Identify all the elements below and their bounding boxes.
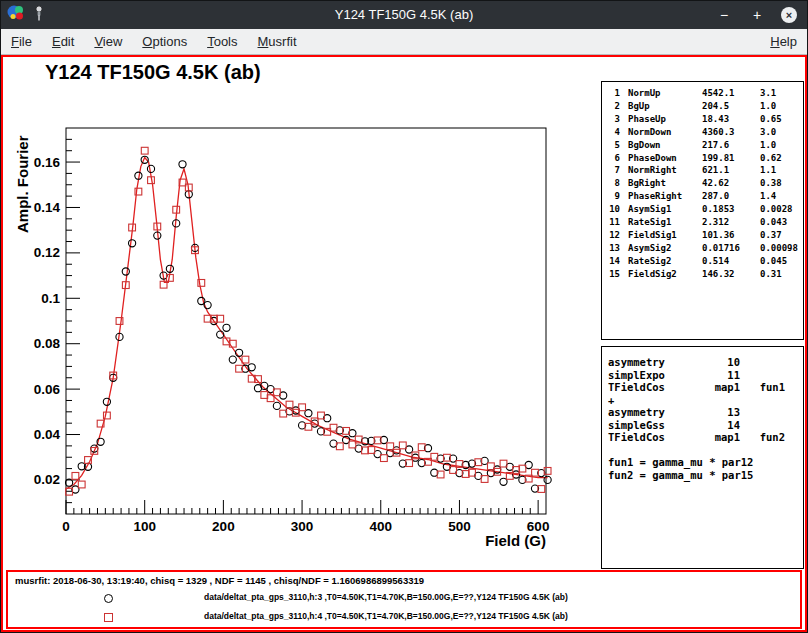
theory-line: fun1 = gamma_mu * par12 [608, 456, 797, 469]
y-tick-label: 0.1 [41, 291, 60, 306]
theory-line: + [608, 394, 797, 407]
y-tick-label: 0.02 [34, 472, 60, 487]
data-point-circle [179, 161, 186, 168]
parameter-rows: 1NormUp4542.13.12BgUp204.51.03PhaseUp18.… [604, 87, 803, 281]
legend-label: data/deltat_pta_gps_3110,h:4 ,T0=4.50K,T… [204, 611, 568, 621]
x-tick-label: 500 [448, 519, 471, 534]
minimize-button[interactable]: − [715, 6, 733, 24]
menu-item-musrfit[interactable]: Musrfit [248, 29, 307, 54]
data-point-square [381, 455, 388, 462]
param-row: 7NormRight621.11.1 [604, 164, 803, 177]
menubar: FileEditViewOptionsToolsMusrfit Help [1, 29, 807, 55]
param-row: 3PhaseUp18.430.65 [604, 113, 803, 126]
menu-item-file[interactable]: File [1, 29, 42, 54]
x-tick-label: 100 [133, 519, 156, 534]
param-row: 12FieldSig1101.360.37 [604, 229, 803, 242]
maximize-button[interactable]: + [748, 6, 766, 24]
theory-line: fun2 = gamma_mu * par15 [608, 469, 797, 482]
x-tick-label: 200 [212, 519, 235, 534]
titlebar: Y124 TF150G 4.5K (ab) − + × [1, 1, 807, 29]
menu-items: FileEditViewOptionsToolsMusrfit [1, 29, 307, 54]
param-row: 5BgDown217.61.0 [604, 139, 803, 152]
x-tick-label: 300 [291, 519, 314, 534]
data-point-circle [103, 398, 110, 405]
data-point-circle [122, 268, 129, 275]
data-point-square [399, 442, 406, 449]
param-row: 11RateSig12.3120.043 [604, 216, 803, 229]
app-window: Y124 TF150G 4.5K (ab) − + × FileEditView… [0, 0, 808, 633]
close-button[interactable]: × [781, 7, 797, 23]
param-row: 1NormUp4542.13.1 [604, 87, 803, 100]
y-tick-label: 0.12 [34, 245, 60, 260]
menu-items-right: Help [760, 29, 807, 54]
theory-line [608, 444, 797, 457]
fit-curve [66, 158, 548, 490]
y-axis-title: Ampl. Fourier [14, 135, 31, 233]
param-row: 4NormDown4360.33.0 [604, 126, 803, 139]
root-canvas[interactable]: Y124 TF150G 4.5K (ab) 010020030040050060… [1, 55, 807, 632]
data-point-square [387, 443, 394, 450]
menu-item-edit[interactable]: Edit [42, 29, 84, 54]
param-row: 14RateSig20.5140.045 [604, 255, 803, 268]
data-point-square [286, 401, 293, 408]
y-tick-label: 0.14 [34, 200, 61, 215]
theory-box[interactable]: asymmetry10simplExpo11TFieldCosmap1fun1+… [601, 346, 804, 569]
menu-item-view[interactable]: View [84, 29, 132, 54]
x-tick-label: 400 [369, 519, 392, 534]
fit-status: musrfit: 2018-06-30, 13:19:40, chisq = 1… [15, 575, 424, 586]
data-point-circle [229, 356, 236, 363]
window-title: Y124 TF150G 4.5K (ab) [101, 1, 707, 29]
param-row: 2BgUp204.51.0 [604, 100, 803, 113]
y-tick-label: 0.06 [34, 382, 61, 397]
parameter-box[interactable]: 1NormUp4542.13.12BgUp204.51.03PhaseUp18.… [601, 81, 804, 340]
menu-item-tools[interactable]: Tools [197, 29, 247, 54]
theory-line: asymmetry10 [608, 356, 797, 369]
theory-line: TFieldCosmap1fun1 [608, 381, 797, 394]
legend-marker-circle [104, 594, 113, 603]
legend-item: data/deltat_pta_gps_3110,h:4 ,T0=4.50K,T… [8, 608, 800, 626]
x-tick-label: 0 [62, 519, 70, 534]
window-controls: − + × [715, 1, 797, 29]
data-point-circle [223, 324, 230, 331]
data-point-square [78, 481, 85, 488]
y-tick-label: 0.08 [34, 336, 61, 351]
y-tick-label: 0.04 [34, 427, 61, 442]
param-row: 15FieldSig2146.320.31 [604, 268, 803, 281]
x-axis-title: Field (G) [485, 532, 546, 549]
param-row: 8BgRight42.620.38 [604, 177, 803, 190]
titlebar-icons [7, 1, 46, 29]
legend-label: data/deltat_pta_gps_3110,h:3 ,T0=4.50K,T… [204, 592, 568, 602]
data-point-circle [147, 165, 154, 172]
param-row: 6PhaseDown199.810.62 [604, 152, 803, 165]
legend-item: data/deltat_pta_gps_3110,h:3 ,T0=4.50K,T… [8, 589, 800, 607]
legend-marker-square [104, 613, 113, 622]
legend-box[interactable]: musrfit: 2018-06-30, 13:19:40, chisq = 1… [6, 570, 802, 629]
app-icon[interactable] [7, 4, 25, 26]
theory-line: TFieldCosmap1fun2 [608, 431, 797, 444]
data-point-circle [129, 240, 136, 247]
param-row: 13AsymSig20.017160.00098 [604, 242, 803, 255]
param-row: 10AsymSig10.18530.0028 [604, 203, 803, 216]
theory-line: simplExpo11 [608, 369, 797, 382]
menu-item-options[interactable]: Options [132, 29, 197, 54]
theory-line: simpleGss14 [608, 419, 797, 432]
data-point-square [141, 147, 148, 154]
data-point-square [72, 473, 79, 480]
y-tick-label: 0.16 [34, 155, 61, 170]
param-row: 9PhaseRight287.01.4 [604, 190, 803, 203]
pin-icon[interactable] [32, 4, 46, 26]
fourier-plot[interactable]: 01002003004005006000.020.040.060.080.10.… [3, 57, 601, 569]
data-point-circle [273, 402, 280, 409]
menu-item-help[interactable]: Help [760, 29, 807, 54]
theory-line: asymmetry13 [608, 406, 797, 419]
